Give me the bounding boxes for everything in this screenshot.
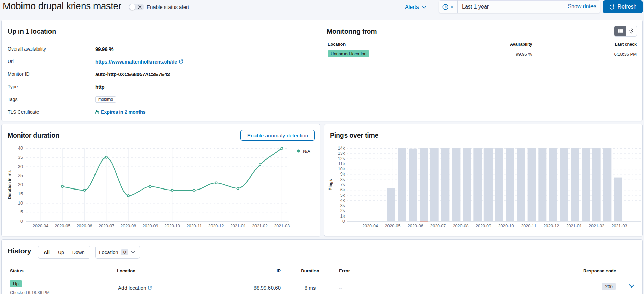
svg-text:35: 35 <box>18 155 23 160</box>
chevron-down-icon <box>131 251 135 253</box>
svg-text:5k: 5k <box>340 193 345 198</box>
show-dates-link[interactable]: Show dates <box>568 3 596 10</box>
status-alert-toggle[interactable] <box>129 4 144 10</box>
pings-over-time-panel: Pings over time 2020-042020-052020-06202… <box>324 124 643 236</box>
uptime-monitor-page: Mobimo drupal kriens master Enable statu… <box>0 0 644 294</box>
svg-text:2020-07: 2020-07 <box>430 224 446 228</box>
svg-text:2k: 2k <box>340 208 345 213</box>
svg-text:2020-04: 2020-04 <box>33 224 48 228</box>
svg-text:9k: 9k <box>340 172 345 177</box>
svg-text:2020-09: 2020-09 <box>143 224 158 228</box>
map-pin-icon <box>629 28 634 34</box>
alerts-label: Alerts <box>405 4 419 10</box>
monitor-url-link[interactable]: https://www.mattenhofkriens.ch/de <box>95 59 184 65</box>
hist-col-ip: IP <box>247 268 281 274</box>
hist-col-status: Status <box>10 268 24 274</box>
cross-icon <box>138 5 142 9</box>
filter-up[interactable]: Up <box>54 250 68 255</box>
field-type: Type http <box>8 83 18 90</box>
svg-text:Pings: Pings <box>328 179 333 190</box>
field-overall-availability: Overall availability 99.96 % <box>8 45 46 52</box>
svg-text:2020-12: 2020-12 <box>208 224 224 228</box>
svg-text:25: 25 <box>18 173 23 178</box>
svg-text:2020-06: 2020-06 <box>408 224 423 228</box>
list-icon <box>617 28 623 34</box>
svg-text:40: 40 <box>18 146 23 151</box>
svg-text:2020-07: 2020-07 <box>99 224 114 228</box>
svg-text:10k: 10k <box>338 167 345 171</box>
last-check-cell: 6:18:36 PM <box>603 52 637 57</box>
col-header-location: Location <box>328 42 346 47</box>
col-header-last-check: Last check <box>610 42 637 47</box>
add-location-link[interactable]: Add location <box>118 285 152 291</box>
svg-text:1k: 1k <box>340 214 345 219</box>
svg-text:6k: 6k <box>340 187 345 192</box>
svg-text:10: 10 <box>18 201 23 206</box>
svg-text:2020-04: 2020-04 <box>362 224 378 228</box>
monitor-duration-panel: Monitor duration Enable anomaly detectio… <box>1 124 320 236</box>
filter-down[interactable]: Down <box>68 250 89 255</box>
svg-text:20: 20 <box>18 182 23 187</box>
error-cell: -- <box>339 285 342 291</box>
ip-cell: 88.99.60.60 <box>247 285 281 291</box>
svg-text:2021-02: 2021-02 <box>589 224 604 228</box>
svg-text:2020-10: 2020-10 <box>498 224 514 228</box>
list-view-button[interactable] <box>614 26 626 36</box>
field-url: Url https://www.mattenhofkriens.ch/de <box>8 58 14 65</box>
hist-col-response-code: Response code <box>548 268 616 274</box>
table-header-divider <box>326 49 637 49</box>
svg-text:2020-11: 2020-11 <box>521 224 536 228</box>
hist-col-location: Location <box>117 268 135 274</box>
location-count-badge: 0 <box>121 249 128 255</box>
time-range-value[interactable]: Last 1 year <box>462 4 489 10</box>
history-title: History <box>8 247 31 255</box>
refresh-label: Refresh <box>617 4 636 10</box>
svg-text:8k: 8k <box>340 177 345 182</box>
history-header-divider <box>9 279 636 279</box>
svg-text:2020-10: 2020-10 <box>164 224 180 228</box>
svg-text:2020-09: 2020-09 <box>475 224 491 228</box>
svg-text:12k: 12k <box>338 156 345 161</box>
map-view-button[interactable] <box>626 26 637 36</box>
availability-cell: 99.96 % <box>498 52 532 57</box>
svg-text:2021-03: 2021-03 <box>611 224 627 228</box>
response-code-badge: 200 <box>602 283 616 290</box>
alerts-menu-button[interactable]: Alerts <box>405 4 426 10</box>
field-monitor-id: Monitor ID auto-http-0XCE68057AC2E7E42 <box>8 71 30 78</box>
monitor-duration-chart: 2020-042020-052020-062020-072020-082020-… <box>2 124 321 237</box>
svg-text:4k: 4k <box>340 198 345 203</box>
clock-icon <box>442 4 448 10</box>
svg-text:2020-05: 2020-05 <box>385 224 400 228</box>
monitoring-from-title: Monitoring from <box>327 28 377 36</box>
field-tags: Tags mobimo <box>8 96 18 103</box>
status-filter-group: All Up Down <box>38 246 90 259</box>
hist-col-error: Error <box>339 268 350 274</box>
svg-text:14k: 14k <box>338 146 345 151</box>
refresh-button[interactable]: Refresh <box>603 0 643 13</box>
filter-all[interactable]: All <box>40 250 54 255</box>
svg-text:2020-08: 2020-08 <box>453 224 469 228</box>
page-title: Mobimo drupal kriens master <box>3 1 121 12</box>
svg-text:N/A: N/A <box>303 149 310 154</box>
location-filter-dropdown[interactable]: Location 0 <box>95 246 140 259</box>
svg-text:13k: 13k <box>338 151 345 156</box>
view-toggle-group <box>614 26 637 37</box>
col-header-availability: Availability <box>510 42 532 47</box>
status-up-badge: Up <box>10 280 22 287</box>
status-alert-label: Enable status alert <box>147 4 189 10</box>
hist-col-duration: Duration <box>293 268 327 274</box>
pings-over-time-chart: 2020-042020-052020-062020-072020-082020-… <box>324 124 643 237</box>
status-panel-title: Up in 1 location <box>8 28 56 36</box>
svg-text:11k: 11k <box>338 162 345 166</box>
expand-row-chevron-icon[interactable] <box>629 284 635 288</box>
date-picker: Last 1 year Show dates <box>439 0 600 13</box>
tls-certificate-link[interactable]: Expires in 2 months <box>95 109 145 115</box>
status-overview-panel: Up in 1 location Overall availability 99… <box>1 20 643 121</box>
svg-text:2020-05: 2020-05 <box>55 224 70 228</box>
tag-badge[interactable]: mobimo <box>95 96 116 103</box>
svg-text:2021-01: 2021-01 <box>566 224 582 228</box>
location-badge: Unnamed-location <box>328 50 369 57</box>
svg-text:Duration in ms: Duration in ms <box>7 170 12 199</box>
quick-select-button[interactable] <box>439 0 458 13</box>
external-link-icon <box>148 285 152 290</box>
